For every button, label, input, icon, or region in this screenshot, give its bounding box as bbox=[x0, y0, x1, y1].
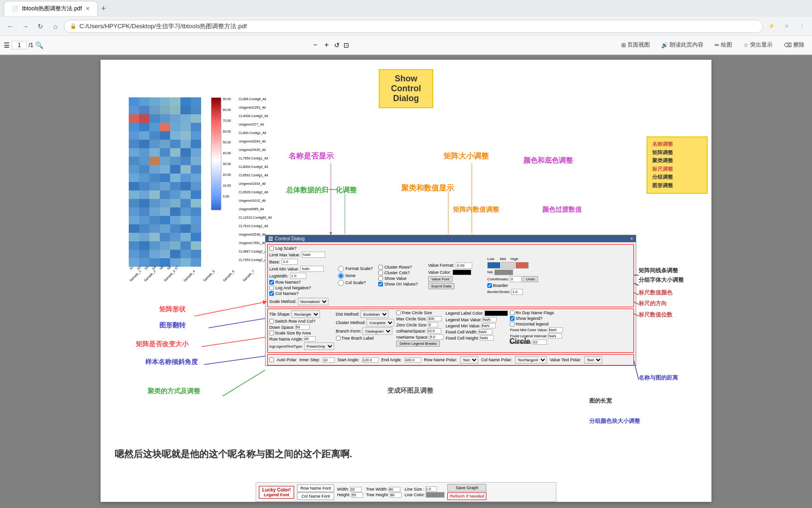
read-aloud-btn[interactable]: 🔊 朗读此页内容 bbox=[657, 40, 707, 50]
none-radio[interactable] bbox=[338, 273, 344, 279]
legend-label-color-swatch[interactable] bbox=[484, 310, 508, 316]
fixed-mid-color-input[interactable] bbox=[549, 327, 563, 333]
fixed-cell-height-input[interactable] bbox=[480, 335, 494, 341]
line-size-input[interactable] bbox=[425, 486, 437, 492]
color-breaks-input[interactable] bbox=[510, 276, 522, 282]
value-color-swatch[interactable] bbox=[453, 270, 471, 275]
log-scale-checkbox[interactable] bbox=[269, 246, 274, 251]
define-legend-btn[interactable]: Define Legend Breaks bbox=[396, 341, 440, 347]
extensions-btn[interactable]: ⚡ bbox=[765, 20, 778, 33]
row-name-polar-select[interactable]: Text bbox=[460, 356, 478, 364]
row-name-font-btn[interactable]: Row Name Font bbox=[297, 484, 334, 492]
zero-circle-input[interactable] bbox=[429, 322, 438, 327]
line-color-swatch[interactable] bbox=[426, 492, 445, 498]
forward-btn[interactable]: → bbox=[19, 20, 32, 33]
format-scale-radio[interactable] bbox=[338, 266, 344, 272]
lucky-color-btn[interactable]: Lucky Color! Legend Font bbox=[259, 486, 294, 499]
dist-method-select[interactable]: Euclidean bbox=[360, 310, 389, 318]
page-view-btn[interactable]: ⊞ 页面视图 bbox=[617, 40, 654, 50]
refresh-btn[interactable]: ↻ bbox=[34, 20, 47, 33]
free-circle-checkbox[interactable] bbox=[396, 310, 401, 315]
value-text-polar-select[interactable]: Text bbox=[584, 356, 602, 364]
show-value-checkbox[interactable] bbox=[378, 276, 383, 281]
bookmark-btn[interactable]: ☆ bbox=[780, 20, 793, 33]
logwidth-input[interactable] bbox=[290, 273, 306, 279]
width-input[interactable] bbox=[350, 487, 362, 492]
legend-max-input[interactable] bbox=[483, 317, 497, 322]
down-space-input[interactable] bbox=[296, 325, 310, 330]
fixed-legend-interval-input[interactable] bbox=[548, 333, 562, 339]
anno-width-input[interactable] bbox=[533, 340, 547, 345]
fixed-cell-width-input[interactable] bbox=[478, 329, 492, 334]
border-stroke-input[interactable] bbox=[511, 289, 523, 295]
cluster-rows-checkbox[interactable] bbox=[378, 265, 383, 270]
value-format-input[interactable] bbox=[456, 262, 472, 269]
tab-close-btn[interactable]: ✕ bbox=[86, 6, 90, 12]
cluster-cols-checkbox[interactable] bbox=[378, 270, 383, 275]
max-circle-input[interactable] bbox=[428, 316, 442, 321]
no-dup-checkbox[interactable] bbox=[510, 310, 515, 315]
height-input[interactable] bbox=[351, 492, 363, 498]
switch-row-col-checkbox[interactable] bbox=[269, 319, 274, 324]
tree-branch-checkbox[interactable] bbox=[336, 336, 341, 341]
undo-btn[interactable]: Undo bbox=[523, 276, 538, 282]
index-item-figure[interactable]: 图形调整 bbox=[652, 182, 702, 190]
export-data-btn[interactable]: Exprot Data bbox=[428, 283, 454, 289]
page-input[interactable] bbox=[12, 41, 27, 49]
row-name-angle-input[interactable] bbox=[304, 336, 316, 341]
save-graph-btn[interactable]: Save Graph bbox=[447, 484, 486, 492]
scale-method-select[interactable]: Normalized None bbox=[298, 298, 328, 305]
na-color-swatch[interactable] bbox=[494, 270, 513, 275]
home-btn[interactable]: ⌂ bbox=[49, 20, 62, 33]
address-bar[interactable]: 🔒 C:/Users/HPYCPK/Desktop/生信学习/tbtools热图… bbox=[64, 20, 763, 33]
inner-step-input[interactable] bbox=[323, 357, 335, 363]
show-ori-checkbox[interactable] bbox=[378, 282, 383, 286]
end-angle-input[interactable] bbox=[405, 357, 421, 363]
zoom-out-btn[interactable]: － bbox=[312, 40, 319, 50]
boarder-checkbox[interactable] bbox=[487, 283, 492, 288]
col-name-space-input[interactable] bbox=[427, 328, 441, 333]
branch-form-select[interactable]: Cladogram bbox=[362, 327, 392, 335]
scale-size-checkbox[interactable] bbox=[269, 331, 274, 335]
col-name-font-btn[interactable]: Col Name Font bbox=[297, 492, 334, 500]
search-icon[interactable]: 🔍 bbox=[35, 41, 43, 49]
fit-btn[interactable]: ⊡ bbox=[344, 41, 349, 49]
erase-btn[interactable]: ⌫ 擦除 bbox=[780, 40, 808, 50]
limit-min-input[interactable] bbox=[300, 266, 324, 272]
index-item-group[interactable]: 分组调整 bbox=[652, 173, 702, 182]
row-names-checkbox[interactable] bbox=[269, 280, 274, 285]
horizontal-legend-checkbox[interactable] bbox=[510, 322, 515, 326]
col-scale-radio[interactable] bbox=[338, 280, 344, 286]
settings-btn[interactable]: ⋮ bbox=[795, 20, 808, 33]
index-item-matrix[interactable]: 矩阵调整 bbox=[652, 149, 702, 157]
highlight-btn[interactable]: ☆ 突出显示 bbox=[740, 40, 776, 50]
log-legend-text-select[interactable]: PowerOnly bbox=[304, 342, 334, 350]
base-input[interactable] bbox=[281, 259, 298, 265]
log-neg-checkbox[interactable] bbox=[269, 286, 274, 290]
zoom-in-btn[interactable]: ＋ bbox=[323, 40, 330, 50]
back-btn[interactable]: ← bbox=[4, 20, 17, 33]
legend-min-input[interactable] bbox=[482, 323, 496, 328]
active-tab[interactable]: 📄 tbtools热图调整方法.pdf ✕ bbox=[4, 1, 98, 16]
new-tab-btn[interactable]: + bbox=[98, 3, 109, 14]
color-mid-swatch[interactable] bbox=[501, 262, 515, 269]
page-menu-icon[interactable]: ☰ bbox=[4, 41, 10, 49]
index-item-scale[interactable]: 标尺调整 bbox=[652, 165, 702, 174]
show-control-dialog-btn[interactable]: Show Control Dialog bbox=[379, 69, 433, 108]
dialog-close-btn[interactable]: × bbox=[630, 236, 633, 241]
refresh-btn-bottom[interactable]: Refresh If Needed bbox=[447, 492, 486, 500]
rotate-btn[interactable]: ↺ bbox=[334, 41, 340, 49]
color-high-swatch[interactable] bbox=[515, 262, 529, 269]
draw-btn[interactable]: ✏ 绘图 bbox=[711, 40, 736, 50]
limit-max-input[interactable] bbox=[302, 252, 325, 258]
index-item-cluster[interactable]: 聚类调整 bbox=[652, 157, 702, 165]
tree-width-input[interactable] bbox=[389, 487, 400, 492]
show-legend-checkbox[interactable] bbox=[510, 316, 515, 321]
row-name-space-input[interactable] bbox=[429, 334, 444, 340]
cluster-method-select[interactable]: Complete bbox=[367, 319, 394, 326]
tree-height-input[interactable] bbox=[390, 492, 402, 498]
auto-polar-checkbox[interactable] bbox=[269, 357, 274, 362]
color-low-swatch[interactable] bbox=[487, 262, 500, 269]
tile-shape-select[interactable]: Rectangle Circle bbox=[291, 310, 320, 318]
col-names-checkbox[interactable] bbox=[269, 291, 274, 296]
